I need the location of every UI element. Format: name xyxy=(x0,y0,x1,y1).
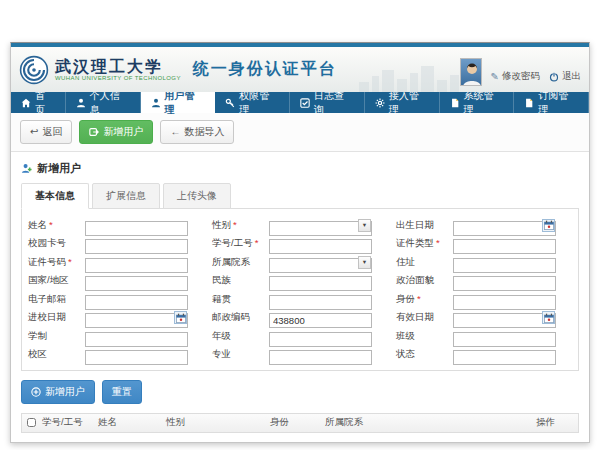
nav-item-profile[interactable]: 个人信息 xyxy=(66,92,141,113)
section-header: 新增用户 xyxy=(21,160,579,183)
student-id-input[interactable] xyxy=(269,239,372,254)
field-label: 年级 xyxy=(212,330,231,341)
calendar-icon[interactable] xyxy=(174,311,187,324)
basic-info-form: 姓名* 性别* ▼ 出生日期 校园卡号 学号/工号* xyxy=(21,208,579,371)
back-arrow-icon: ↩ xyxy=(30,127,38,137)
address-input[interactable] xyxy=(453,258,556,273)
enrollment-date-input[interactable] xyxy=(85,313,188,328)
status-input[interactable] xyxy=(453,350,556,365)
id-type-input[interactable] xyxy=(453,239,556,254)
tab-basic-info[interactable]: 基本信息 xyxy=(21,183,89,209)
student-id-field: 学号/工号* xyxy=(212,236,388,252)
campus-input[interactable] xyxy=(85,350,188,365)
field-label: 学制 xyxy=(28,330,47,341)
ethnicity-field: 民族 xyxy=(212,273,388,289)
main-content: 新增用户 基本信息 扩展信息 上传头像 姓名* 性别* ▼ 出生日期 xyxy=(11,152,589,442)
grade-input[interactable] xyxy=(269,332,372,347)
required-star: * xyxy=(68,256,72,267)
submit-add-user-button[interactable]: 新增用户 xyxy=(21,380,95,404)
field-label: 邮政编码 xyxy=(212,311,250,322)
tab-label: 上传头像 xyxy=(177,190,217,201)
tab-upload-photo[interactable]: 上传头像 xyxy=(163,183,231,209)
schooling-length-input[interactable] xyxy=(85,332,188,347)
major-input[interactable] xyxy=(269,350,372,365)
identity-field: 身份* xyxy=(396,291,572,307)
tab-extended-info[interactable]: 扩展信息 xyxy=(92,183,160,209)
field-label: 所属院系 xyxy=(212,256,250,267)
import-arrow-icon: ← xyxy=(170,127,180,137)
section-title: 新增用户 xyxy=(37,161,81,176)
required-star: * xyxy=(417,293,421,304)
department-field: 所属院系 ▼ xyxy=(212,254,388,270)
power-icon xyxy=(549,72,559,82)
data-import-button[interactable]: ← 数据导入 xyxy=(160,120,234,144)
nav-item-user-management[interactable]: 用户管理 xyxy=(141,92,216,113)
valid-date-input[interactable] xyxy=(453,313,556,328)
app-window: 武汉理工大学 WUHAN UNIVERSITY OF TECHNOLOGY 统一… xyxy=(10,42,590,443)
nav-item-access-management[interactable]: 接入管理 xyxy=(365,92,440,113)
field-label: 电子邮箱 xyxy=(28,293,66,304)
form-tabs: 基本信息 扩展信息 上传头像 xyxy=(21,183,579,209)
campus-card-field: 校园卡号 xyxy=(28,236,204,252)
political-status-field: 政治面貌 xyxy=(396,273,572,289)
schooling-length-field: 学制 xyxy=(28,328,204,344)
nav-item-system-management[interactable]: 系统管理 xyxy=(440,92,515,113)
logout-link[interactable]: 退出 xyxy=(549,70,581,87)
postal-code-input[interactable] xyxy=(269,313,372,328)
change-password-link[interactable]: ✎ 修改密码 xyxy=(491,70,540,87)
campus-card-input[interactable] xyxy=(85,239,188,254)
main-nav: 首页 个人信息 用户管理 权限管理 日志查询 接入管理 系统管理 订阅管理 xyxy=(11,92,589,113)
field-label: 籍贯 xyxy=(212,293,231,304)
back-button[interactable]: ↩ 返回 xyxy=(20,120,72,144)
department-select[interactable] xyxy=(269,258,372,273)
university-name-en: WUHAN UNIVERSITY OF TECHNOLOGY xyxy=(55,75,181,81)
nav-label: 首页 xyxy=(35,89,55,117)
select-all-checkbox[interactable] xyxy=(27,418,36,427)
nav-item-subscription-management[interactable]: 订阅管理 xyxy=(514,92,589,113)
add-user-button[interactable]: 新增用户 xyxy=(79,120,153,144)
user-area: ✎ 修改密码 退出 xyxy=(460,58,581,87)
field-label: 证件号码 xyxy=(28,256,66,267)
postal-code-field: 邮政编码 xyxy=(212,310,388,326)
nav-item-log-query[interactable]: 日志查询 xyxy=(290,92,365,113)
country-input[interactable] xyxy=(85,276,188,291)
col-student-id: 学号/工号 xyxy=(40,416,96,429)
reset-button[interactable]: 重置 xyxy=(102,380,142,404)
chevron-down-icon[interactable]: ▼ xyxy=(358,256,371,269)
chevron-down-icon[interactable]: ▼ xyxy=(358,219,371,232)
id-type-field: 证件类型* xyxy=(396,236,572,252)
name-input[interactable] xyxy=(85,221,188,236)
political-status-input[interactable] xyxy=(453,276,556,291)
col-gender: 性别 xyxy=(164,416,268,429)
field-label: 校区 xyxy=(28,348,47,359)
submit-label: 新增用户 xyxy=(45,385,85,399)
nav-item-permission-management[interactable]: 权限管理 xyxy=(215,92,290,113)
email-input[interactable] xyxy=(85,295,188,310)
field-label: 政治面貌 xyxy=(396,274,434,285)
nav-label: 系统管理 xyxy=(464,89,504,117)
form-actions: 新增用户 重置 xyxy=(21,380,579,404)
field-label: 姓名 xyxy=(28,219,47,230)
gender-field: 性别* ▼ xyxy=(212,217,388,233)
university-name-cn: 武汉理工大学 xyxy=(55,59,181,75)
col-department: 所属院系 xyxy=(323,416,534,429)
col-identity: 身份 xyxy=(268,416,323,429)
major-field: 专业 xyxy=(212,347,388,363)
back-label: 返回 xyxy=(42,125,62,139)
campus-field: 校区 xyxy=(28,347,204,363)
identity-input[interactable] xyxy=(453,295,556,310)
birth-date-input[interactable] xyxy=(453,221,556,236)
calendar-icon[interactable] xyxy=(542,311,555,324)
add-user-section-icon xyxy=(21,163,32,174)
class-input[interactable] xyxy=(453,332,556,347)
ethnicity-input[interactable] xyxy=(269,276,372,291)
new-user-icon xyxy=(89,127,99,137)
gender-select[interactable] xyxy=(269,221,372,236)
native-place-input[interactable] xyxy=(269,295,372,310)
person-icon xyxy=(151,98,161,108)
calendar-icon[interactable] xyxy=(542,219,555,232)
field-label: 专业 xyxy=(212,348,231,359)
nav-item-home[interactable]: 首页 xyxy=(11,92,66,113)
id-number-input[interactable] xyxy=(85,258,188,273)
nav-label: 权限管理 xyxy=(239,89,279,117)
